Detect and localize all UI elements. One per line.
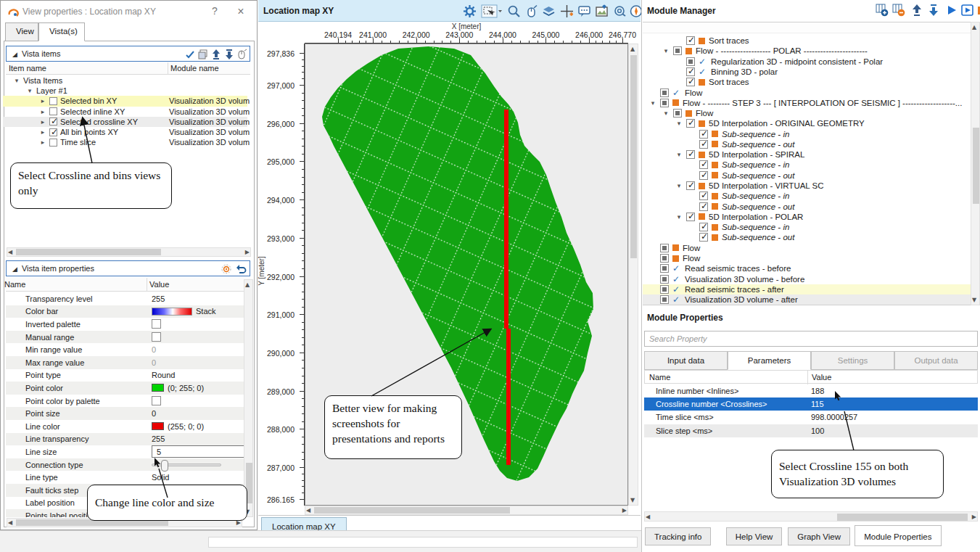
flow-checkbox[interactable] [699,160,708,169]
property-value[interactable]: 255 [152,294,165,303]
flow-row-visualization-3d-volume-before[interactable]: ✓Visualization 3D volume - before [643,273,971,284]
flow-row-sub-sequence-out[interactable]: Sub-sequence - out [643,170,971,181]
property-value[interactable]: 0 [152,358,156,367]
tab-input-data[interactable]: Input data [644,351,728,370]
flow-row-sub-sequence-in[interactable]: Sub-sequence - in [643,129,971,139]
import-icon[interactable] [210,49,222,60]
flow-checkbox[interactable] [686,150,695,159]
tab-vistas[interactable]: Vista(s) [38,22,85,41]
flow-row-5d-interpolation-original-geometry[interactable]: ▾5D Interpolation - ORIGINAL GEOMETRY [643,118,971,128]
map-hscrollbar[interactable]: ◀ ▶ [305,506,628,515]
crosshair-add-icon[interactable] [560,4,574,18]
flow-row-sort-traces[interactable]: Sort traces [643,36,971,46]
zoom-region-icon[interactable] [613,4,627,18]
property-row-connection-type[interactable]: Connection type [6,458,246,471]
property-row-transparency-level[interactable]: Transparency level255 [6,292,246,305]
flow-row-sort-traces[interactable]: Sort traces [643,77,971,87]
property-value[interactable] [152,464,221,466]
property-row-line-transparency[interactable]: Line transparency255 [6,433,246,446]
select-area-tool-icon[interactable] [481,4,503,18]
flow-checkbox[interactable] [673,46,682,55]
copy-icon[interactable] [197,49,209,60]
remove-flow-icon[interactable] [892,4,905,17]
column-name[interactable]: Name [4,280,25,289]
run-icon[interactable] [945,4,958,17]
property-row-min-range-value[interactable]: Min range value0 [6,343,246,356]
property-value[interactable]: 0 [152,409,156,418]
property-value[interactable]: (0; 255; 0) [152,384,204,392]
stop-icon[interactable] [976,4,980,17]
property-row-point-size[interactable]: Point size0 [6,407,246,420]
flow-row-read-seismic-traces-before[interactable]: ✓Read seismic traces - before [643,263,971,273]
add-flow-icon[interactable] [876,4,889,17]
line-size-slider[interactable] [152,464,221,466]
flow-row-5d-interpolation-spiral[interactable]: ▾5D Interpolation - SPIRAL [643,149,971,160]
flow-row-visualization-3d-volume-after[interactable]: ✓Visualization 3D volume - after [643,294,971,305]
property-value[interactable]: Solid [152,473,169,482]
item-checkbox[interactable] [49,139,57,147]
flow-checkbox[interactable] [686,78,695,86]
flow-checkbox[interactable] [686,67,695,76]
vista-items-header[interactable]: ◢Vista items [6,46,250,62]
flow-checkbox[interactable] [660,275,669,284]
flow-checkbox[interactable] [686,119,695,128]
target-icon[interactable] [221,263,232,275]
flow-checkbox[interactable] [660,88,669,97]
flow-row-flow-polar-[interactable]: ▾Flow - ------------------ POLAR -------… [643,46,971,56]
mouse-icon[interactable] [236,49,247,60]
tab-settings[interactable]: Settings [811,351,894,370]
vista-item-properties-header[interactable]: ◢Vista item properties [6,260,250,276]
item-checkbox[interactable] [49,128,57,136]
flow-checkbox[interactable] [699,202,708,211]
property-value[interactable]: 255 [152,434,165,443]
param-row-inline-number-inlines-[interactable]: Inline number <Inlines>188 [644,384,978,397]
flow-row-5d-interpolation-polar[interactable]: ▾5D Interpolation - POLAR [643,212,971,222]
flow-checkbox[interactable] [673,109,682,118]
property-row-line-size[interactable]: Line size5 [6,445,246,458]
item-checkbox[interactable] [49,107,57,115]
flow-row-flow[interactable]: ▾Flow [643,108,971,118]
column-name[interactable]: Name [649,373,670,382]
flow-row-sub-sequence-out[interactable]: Sub-sequence - out [643,232,971,242]
flow-checkbox[interactable] [660,99,669,107]
property-row-point-color-by-palette[interactable]: Point color by palette [6,395,246,408]
flow-checkbox[interactable] [699,233,708,242]
column-item-name[interactable]: Item name [9,64,46,73]
flow-checkbox[interactable] [660,254,669,263]
flow-checkbox[interactable] [660,264,669,273]
tab-tracking-info[interactable]: Tracking info [645,527,711,545]
comment-bubble-icon[interactable] [577,4,591,18]
item-checkbox[interactable] [49,97,57,105]
flow-checkbox[interactable] [686,36,695,45]
property-row-line-color[interactable]: Line color(255; 0; 0) [6,420,246,433]
flow-checkbox[interactable] [686,57,695,66]
flow-checkbox[interactable] [686,213,695,221]
property-value[interactable] [152,396,161,405]
tab-parameters[interactable]: Parameters [728,351,811,370]
param-row-crossline-number-crosslines-[interactable]: Crossline number <Crosslines>115 [644,397,978,411]
flow-row-flow[interactable]: Flow [643,243,971,253]
param-row-slice-step-ms-[interactable]: Slice step <ms>100 [644,424,978,437]
dialog-help-button[interactable]: ? [207,5,222,17]
flow-row-sub-sequence-out[interactable]: Sub-sequence - out [643,139,971,149]
settings-gear-icon[interactable] [463,4,477,18]
check-icon[interactable] [184,49,196,60]
flow-checkbox[interactable] [699,130,708,139]
param-row-time-slice-ms-[interactable]: Time slice <ms>998.0000257 [644,411,978,424]
dialog-close-button[interactable]: × [234,5,248,18]
property-row-line-type[interactable]: Line typeSolid [6,471,246,484]
flow-row-5d-interpolation-virtual-sc[interactable]: ▾5D Interpolation - VIRTUAL SC [643,181,971,191]
export-icon[interactable] [223,49,235,60]
flow-row-regularization-3d-midpoint-consistent-po[interactable]: ✓Regularization 3D - midpoint consistent… [643,57,971,67]
flow-row-sub-sequence-out[interactable]: Sub-sequence - out [643,201,971,211]
flow-row-read-seismic-traces-after[interactable]: ✓Read seismic traces - after [643,284,971,294]
tab-output-data[interactable]: Output data [894,351,978,370]
flow-checkbox[interactable] [686,181,695,190]
flow-checkbox[interactable] [699,191,708,200]
property-row-max-range-value[interactable]: Max range value0 [6,356,246,369]
module-tree-vscrollbar[interactable]: ▲ ▼ [971,22,980,305]
tree-row-layer-1[interactable]: ▾Layer #1 [3,86,247,96]
property-value[interactable]: 5 [152,445,244,458]
property-value[interactable] [152,319,161,329]
export-image-icon[interactable] [595,4,609,18]
